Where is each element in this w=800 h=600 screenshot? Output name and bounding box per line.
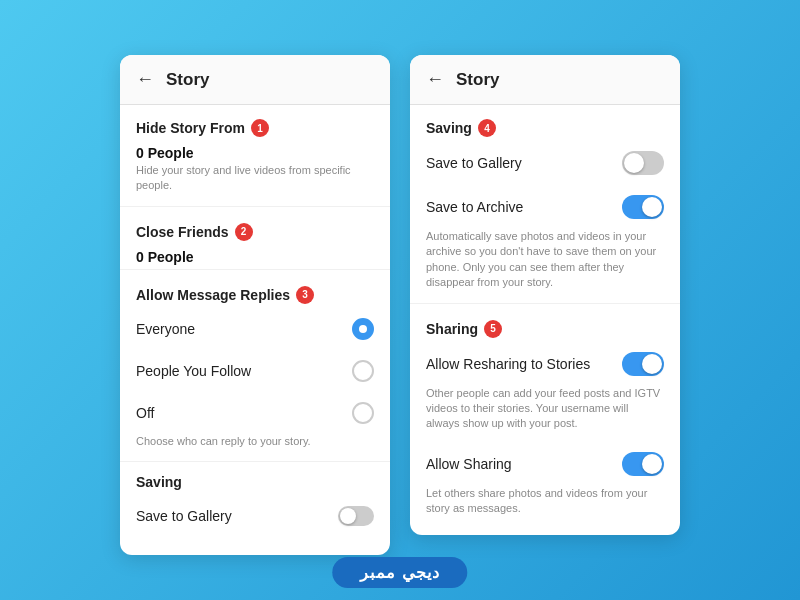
right-header: ← Story	[410, 55, 680, 105]
allow-resharing-label: Allow Resharing to Stories	[426, 356, 590, 372]
save-to-gallery-toggle-left[interactable]	[338, 506, 374, 526]
right-sharing-label: Sharing 5	[410, 306, 680, 342]
right-divider-1	[410, 303, 680, 304]
saving-label-left: Saving	[120, 464, 390, 496]
reply-desc: Choose who can reply to your story.	[120, 434, 390, 459]
toggle-knob	[340, 508, 356, 524]
allow-sharing-toggle[interactable]	[622, 452, 664, 476]
right-screen-content: Saving 4 Save to Gallery Save to Archive…	[410, 105, 680, 535]
save-to-gallery-label: Save to Gallery	[426, 155, 522, 171]
toggle-knob-gallery	[624, 153, 644, 173]
radio-row-follow[interactable]: People You Follow	[120, 350, 390, 392]
radio-label-everyone: Everyone	[136, 321, 195, 337]
toggle-knob-sharing	[642, 454, 662, 474]
save-to-archive-label: Save to Archive	[426, 199, 523, 215]
divider-2	[120, 269, 390, 270]
badge-4: 4	[478, 119, 496, 137]
left-back-arrow[interactable]: ←	[136, 69, 154, 90]
hide-story-desc: Hide your story and live videos from spe…	[120, 163, 390, 204]
radio-label-off: Off	[136, 405, 154, 421]
save-to-archive-row: Save to Archive	[410, 185, 680, 229]
badge-2: 2	[235, 223, 253, 241]
radio-label-follow: People You Follow	[136, 363, 251, 379]
save-to-gallery-label-left: Save to Gallery	[136, 508, 232, 524]
save-to-gallery-row-left: Save to Gallery	[120, 496, 390, 536]
left-screen-content: Hide Story From 1 0 People Hide your sto…	[120, 105, 390, 555]
left-screen-title: Story	[166, 70, 209, 90]
right-phone-screen: ← Story Saving 4 Save to Gallery Save to…	[410, 55, 680, 535]
radio-circle-follow[interactable]	[352, 360, 374, 382]
right-saving-label: Saving 4	[410, 105, 680, 141]
watermark: ديجي ممبر	[332, 557, 467, 588]
badge-3: 3	[296, 286, 314, 304]
allow-sharing-label: Allow Sharing	[426, 456, 512, 472]
save-to-gallery-row: Save to Gallery	[410, 141, 680, 185]
left-header: ← Story	[120, 55, 390, 105]
radio-circle-off[interactable]	[352, 402, 374, 424]
divider-1	[120, 206, 390, 207]
resharing-desc: Other people can add your feed posts and…	[410, 386, 680, 442]
hide-story-value: 0 People	[120, 141, 390, 163]
right-screen-title: Story	[456, 70, 499, 90]
radio-circle-everyone[interactable]	[352, 318, 374, 340]
close-friends-value: 0 People	[120, 245, 390, 267]
allow-message-replies-label: Allow Message Replies 3	[120, 272, 390, 308]
allow-resharing-row: Allow Resharing to Stories	[410, 342, 680, 386]
toggle-knob-archive	[642, 197, 662, 217]
right-back-arrow[interactable]: ←	[426, 69, 444, 90]
sharing-desc: Let others share photos and videos from …	[410, 486, 680, 527]
badge-1: 1	[251, 119, 269, 137]
close-friends-label: Close Friends 2	[120, 209, 390, 245]
radio-row-off[interactable]: Off	[120, 392, 390, 434]
toggle-knob-resharing	[642, 354, 662, 374]
left-phone-screen: ← Story Hide Story From 1 0 People Hide …	[120, 55, 390, 555]
badge-5: 5	[484, 320, 502, 338]
radio-row-everyone[interactable]: Everyone	[120, 308, 390, 350]
share-facebook-row: Share Your Story to Facebook	[410, 527, 680, 535]
allow-resharing-toggle[interactable]	[622, 352, 664, 376]
save-to-archive-toggle[interactable]	[622, 195, 664, 219]
allow-sharing-row: Allow Sharing	[410, 442, 680, 486]
save-to-gallery-toggle[interactable]	[622, 151, 664, 175]
divider-3	[120, 461, 390, 462]
hide-story-from-label: Hide Story From 1	[120, 105, 390, 141]
archive-desc: Automatically save photos and videos in …	[410, 229, 680, 301]
